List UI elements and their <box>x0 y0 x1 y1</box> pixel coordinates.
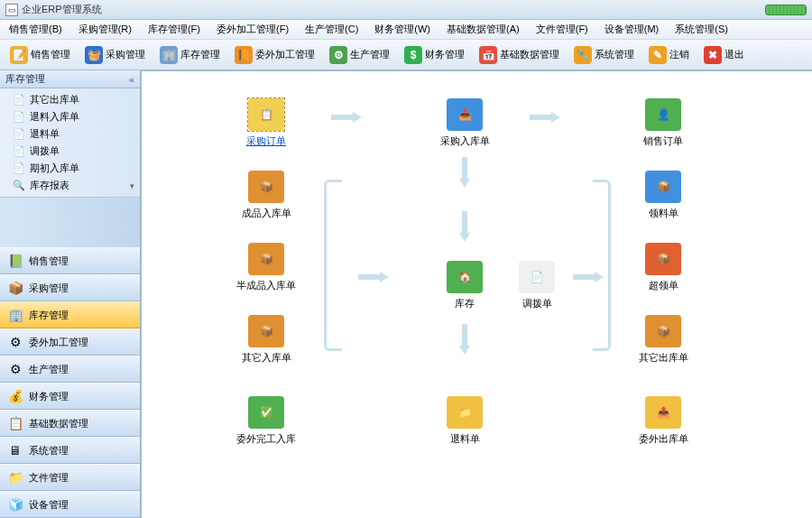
toolbar-btn-2[interactable]: 🏢库存管理 <box>153 42 226 69</box>
nav-item-2[interactable]: 🏢库存管理 <box>0 301 140 328</box>
nav-item-label: 财务管理 <box>29 390 69 403</box>
tree-item-3[interactable]: 📄调拨单 <box>0 143 140 160</box>
toolbar-icon: 📙 <box>235 46 253 64</box>
nav-item-label: 基础数据管理 <box>29 417 88 430</box>
flow-node-icon: 📄 <box>519 261 555 293</box>
flow-node-label: 委外出库单 <box>629 432 697 446</box>
nav-item-4[interactable]: ⚙生产管理 <box>0 356 140 383</box>
menu-item-0[interactable]: 销售管理(B) <box>5 21 66 38</box>
collapse-icon[interactable]: « <box>129 74 134 85</box>
menu-bar: 销售管理(B)采购管理(R)库存管理(F)委外加工管理(F)生产管理(C)财务管… <box>0 20 812 40</box>
flow-node-icon: 📁 <box>447 396 483 429</box>
tree-item-label: 其它出库单 <box>30 93 79 106</box>
tree-item-label: 库存报表 <box>30 179 69 192</box>
tree-item-icon: 📄 <box>13 128 25 141</box>
nav-item-icon: 🖥 <box>7 442 23 458</box>
flow-node-n4[interactable]: 📦成品入库单 <box>232 171 300 220</box>
nav-item-7[interactable]: 🖥系统管理 <box>0 437 140 464</box>
flow-node-label: 采购入库单 <box>430 134 499 148</box>
menu-item-4[interactable]: 生产管理(C) <box>301 21 362 38</box>
nav-item-icon: 💰 <box>7 388 23 404</box>
menu-item-7[interactable]: 文件管理(F) <box>532 21 592 38</box>
sidebar-header-label: 库存管理 <box>5 72 45 86</box>
flow-node-n12[interactable]: ✅委外完工入库 <box>232 396 300 446</box>
nav-item-icon: ⚙ <box>7 361 23 377</box>
flow-arrow-right <box>331 112 362 123</box>
nav-item-icon: 📁 <box>7 469 23 486</box>
nav-item-9[interactable]: 🧊设备管理 <box>0 491 140 518</box>
nav-item-8[interactable]: 📁文件管理 <box>0 464 140 491</box>
flow-node-icon: 👤 <box>645 98 681 131</box>
menu-item-3[interactable]: 委外加工管理(F) <box>213 21 292 38</box>
tree-item-4[interactable]: 📄期初入库单 <box>0 160 140 177</box>
flow-node-label: 领料单 <box>629 207 697 220</box>
toolbar-btn-4[interactable]: ⚙生产管理 <box>323 42 396 69</box>
tree-item-0[interactable]: 📄其它出库单 <box>0 91 140 108</box>
nav-item-label: 文件管理 <box>29 471 69 485</box>
flow-arrow-down <box>459 157 470 188</box>
nav-item-icon: 🏢 <box>7 307 23 323</box>
flow-node-n13[interactable]: 📁退料单 <box>430 396 499 446</box>
toolbar-btn-0[interactable]: 📝销售管理 <box>4 42 77 69</box>
toolbar-label: 退出 <box>724 48 744 61</box>
app-icon: ▭ <box>5 4 18 16</box>
toolbar-icon: 🔧 <box>574 46 592 64</box>
flow-node-n3[interactable]: 👤销售订单 <box>629 98 697 148</box>
flow-node-label: 委外完工入库 <box>232 432 300 446</box>
toolbar-btn-7[interactable]: 🔧系统管理 <box>567 42 641 69</box>
flow-node-icon: 📦 <box>645 315 681 347</box>
nav-item-label: 库存管理 <box>29 309 69 322</box>
flow-node-n10[interactable]: 📦其它入库单 <box>232 315 300 365</box>
nav-item-5[interactable]: 💰财务管理 <box>0 383 140 410</box>
flow-node-n8[interactable]: 📄调拨单 <box>503 261 571 310</box>
sidebar-header[interactable]: 库存管理 « <box>0 70 140 88</box>
toolbar-label: 委外加工管理 <box>255 48 315 61</box>
flow-node-n5[interactable]: 📦领料单 <box>629 171 697 220</box>
flow-node-label: 成品入库单 <box>232 207 300 220</box>
flow-node-label: 销售订单 <box>629 134 697 148</box>
menu-item-2[interactable]: 库存管理(F) <box>144 21 204 38</box>
toolbar-btn-3[interactable]: 📙委外加工管理 <box>228 42 321 69</box>
toolbar-btn-6[interactable]: 📅基础数据管理 <box>473 42 566 69</box>
tree-item-label: 退料单 <box>30 127 60 141</box>
menu-item-9[interactable]: 系统管理(S) <box>671 21 732 38</box>
flow-node-icon: 📦 <box>248 243 284 275</box>
flow-node-label: 半成品入库单 <box>232 279 300 292</box>
toolbar-btn-8[interactable]: ✎注销 <box>642 42 696 69</box>
flow-node-n2[interactable]: 📥采购入库单 <box>430 98 499 148</box>
toolbar-icon: 🧺 <box>85 46 103 64</box>
menu-item-8[interactable]: 设备管理(M) <box>601 21 663 38</box>
tree-item-label: 调拨单 <box>30 144 60 158</box>
toolbar-btn-5[interactable]: $财务管理 <box>398 42 471 69</box>
toolbar-icon: $ <box>404 46 422 64</box>
nav-item-0[interactable]: 📗销售管理 <box>0 247 140 274</box>
toolbar-label: 注销 <box>669 48 689 61</box>
flow-node-n6[interactable]: 📦半成品入库单 <box>232 243 300 292</box>
nav-item-1[interactable]: 📦采购管理 <box>0 274 140 301</box>
tree-item-1[interactable]: 📄退料入库单 <box>0 108 140 125</box>
app-title: 企业ERP管理系统 <box>22 3 102 16</box>
toolbar-btn-9[interactable]: ✖退出 <box>697 42 751 69</box>
flow-arrow-down <box>459 324 470 355</box>
toolbar-icon: ⚙ <box>329 46 347 64</box>
flow-node-n11[interactable]: 📦其它出库单 <box>629 315 697 365</box>
nav-item-label: 销售管理 <box>29 254 69 268</box>
toolbar-btn-1[interactable]: 🧺采购管理 <box>78 42 152 69</box>
nav-item-3[interactable]: ⚙委外加工管理 <box>0 328 140 356</box>
menu-item-1[interactable]: 采购管理(R) <box>75 21 135 38</box>
flow-node-label: 采购订单 <box>232 134 300 148</box>
menu-item-5[interactable]: 财务管理(W) <box>371 21 434 38</box>
main-area: 库存管理 « 📄其它出库单📄退料入库单📄退料单📄调拨单📄期初入库单🔍库存报表 📗… <box>0 70 812 518</box>
flow-node-n14[interactable]: 📤委外出库单 <box>629 396 697 446</box>
flow-node-n1[interactable]: 📋采购订单 <box>232 98 300 148</box>
flow-node-n9[interactable]: 📦超领单 <box>629 243 697 292</box>
flow-node-icon: 🏠 <box>447 261 483 293</box>
tree-item-5[interactable]: 🔍库存报表 <box>0 177 140 194</box>
flow-node-icon: 📦 <box>248 171 284 203</box>
nav-item-label: 采购管理 <box>29 282 69 295</box>
nav-item-6[interactable]: 📋基础数据管理 <box>0 410 140 437</box>
nav-item-icon: 📦 <box>7 280 23 296</box>
tree-item-2[interactable]: 📄退料单 <box>0 125 140 143</box>
flow-node-n7[interactable]: 🏠库存 <box>430 261 499 310</box>
menu-item-6[interactable]: 基础数据管理(A) <box>443 21 523 38</box>
